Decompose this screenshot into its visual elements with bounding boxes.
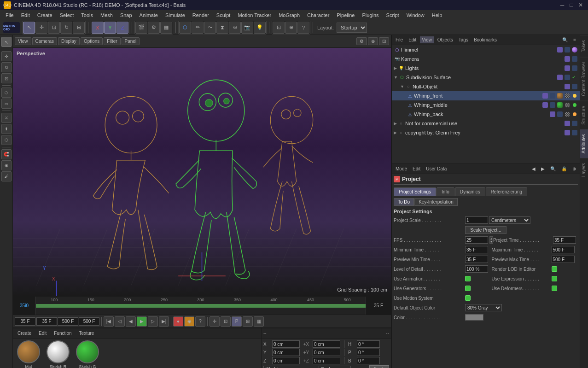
om-row-notcommercial[interactable]: ▶ ○ Not for commercial use: [392, 119, 580, 128]
knife-tool[interactable]: ⚔: [1, 113, 12, 123]
y-pos-field[interactable]: [272, 349, 300, 356]
om-row-lights[interactable]: ▶ 💡 Lights: [392, 64, 580, 73]
render-settings[interactable]: ⚙: [148, 22, 160, 34]
menu-tools[interactable]: Tools: [77, 12, 97, 19]
material-item[interactable]: Sketch G: [74, 340, 101, 368]
tag16[interactable]: [557, 111, 563, 117]
play-forward-button[interactable]: ▶: [137, 316, 147, 327]
z-pos-field[interactable]: [272, 357, 300, 364]
use-gen-checkbox[interactable]: [465, 286, 471, 291]
tag-checker1[interactable]: [564, 93, 571, 99]
attr-search[interactable]: 🔍: [548, 165, 558, 172]
sculpt-tool[interactable]: ◉: [1, 160, 12, 170]
om-search[interactable]: 🔍: [560, 36, 570, 43]
attr-userdata-menu[interactable]: User Data: [424, 165, 448, 172]
preview-max-field[interactable]: [552, 256, 575, 263]
preview-min-field[interactable]: [465, 256, 488, 263]
om-row-whimp-front[interactable]: △ Whimp_front: [392, 91, 580, 100]
snap3[interactable]: ?: [297, 22, 309, 34]
y-size-field[interactable]: [313, 349, 340, 356]
y-axis[interactable]: Y: [104, 22, 116, 34]
scale-tool[interactable]: ⊡: [48, 22, 60, 34]
scale-tool-pb[interactable]: ⊡: [221, 316, 231, 327]
camera-tool[interactable]: 📷: [241, 22, 253, 34]
om-row-null[interactable]: ▼ ○ Null-Objekt: [392, 82, 580, 91]
scale-icon[interactable]: ⊡: [1, 73, 12, 83]
attr-settings[interactable]: ⊕: [571, 165, 578, 172]
scale-mode-dropdown[interactable]: Scale: [319, 366, 351, 368]
minimize-button[interactable]: ─: [559, 1, 566, 9]
subtab-keyinterp[interactable]: Key-Interpolation: [414, 198, 458, 206]
render-queue[interactable]: ▦: [160, 22, 172, 34]
start-frame-field[interactable]: [15, 317, 35, 326]
menu-character[interactable]: Character: [303, 12, 333, 19]
viewport-navigate[interactable]: ⊕: [368, 37, 378, 45]
attr-next[interactable]: ▶: [539, 165, 547, 172]
cameras-menu[interactable]: Cameras: [32, 37, 58, 45]
material-item[interactable]: Mat: [15, 340, 42, 368]
end-frame-field[interactable]: [79, 317, 99, 326]
b-rot-field[interactable]: [357, 357, 380, 364]
tag-tex2[interactable]: [557, 102, 563, 108]
paint-tool[interactable]: 🖌: [1, 171, 12, 181]
default-color-dropdown[interactable]: 80% Gray: [465, 304, 502, 311]
use-anim-checkbox[interactable]: [465, 276, 471, 281]
om-row-copyright[interactable]: ▶ ○ copyright by: Glenn Frey: [392, 128, 580, 137]
tag1[interactable]: [557, 47, 563, 53]
attr-prev[interactable]: ◀: [530, 165, 537, 172]
bridge-tool[interactable]: ⬡: [1, 135, 12, 145]
render-view[interactable]: 🎬: [135, 22, 147, 34]
project-scale-field[interactable]: [465, 216, 488, 224]
move-tool[interactable]: ✛: [35, 22, 47, 34]
menu-create[interactable]: Create: [34, 12, 56, 19]
notcom-expand-icon[interactable]: ▶: [394, 121, 397, 126]
tag12[interactable]: [549, 93, 556, 99]
pen-tool[interactable]: ✏: [192, 22, 204, 34]
tag-checker2[interactable]: [564, 102, 571, 108]
tab-project-settings[interactable]: Project Settings: [394, 187, 436, 196]
material-item[interactable]: Sketch R: [44, 340, 72, 368]
edit-material-menu[interactable]: Edit: [36, 330, 49, 337]
om-edit-menu[interactable]: Edit: [407, 36, 418, 43]
filter-menu[interactable]: Filter: [104, 37, 120, 45]
om-settings[interactable]: ≡: [571, 36, 578, 43]
x-axis[interactable]: X: [92, 22, 104, 34]
attr-lock[interactable]: 🔒: [559, 165, 569, 172]
tag2[interactable]: [564, 47, 571, 53]
viewport[interactable]: Perspective: [13, 48, 391, 296]
rotate-icon[interactable]: ↻: [1, 62, 12, 72]
tab-structure[interactable]: Structure: [580, 101, 588, 129]
step-back-button[interactable]: ◁: [115, 316, 125, 327]
om-row-whimp-middle[interactable]: △ Whimp_middle: [392, 100, 580, 110]
tag13[interactable]: [542, 102, 548, 108]
select-tool[interactable]: ↖: [23, 22, 35, 34]
tab-layers[interactable]: Layers: [580, 158, 588, 181]
x-size-field[interactable]: [313, 340, 340, 348]
step-forward-button[interactable]: ▷: [148, 316, 158, 327]
null-expand-icon[interactable]: ▼: [400, 84, 404, 89]
color-swatch[interactable]: [465, 314, 483, 321]
live-select[interactable]: ⬡: [1, 88, 12, 98]
tag19[interactable]: [564, 129, 571, 136]
x-pos-field[interactable]: [272, 340, 300, 348]
fps-spinner[interactable]: ▲ ▼: [489, 236, 493, 244]
tab-referenzierung[interactable]: Referenzierung: [486, 187, 527, 196]
lights-expand-icon[interactable]: ▶: [394, 66, 397, 70]
p-rot-field[interactable]: [357, 349, 380, 356]
tag10[interactable]: [571, 83, 578, 90]
min-time-field[interactable]: [465, 246, 488, 253]
move-tool-pb[interactable]: ✛: [210, 316, 220, 327]
magnet-tool[interactable]: 🧲: [1, 149, 12, 159]
cube-tool[interactable]: ⬡: [179, 22, 191, 34]
tag8[interactable]: [564, 74, 571, 81]
create-material-menu[interactable]: Create: [15, 330, 34, 337]
timeline-track[interactable]: 100150200250300350400450500: [36, 297, 366, 315]
menu-sculpt[interactable]: Sculpt: [213, 12, 234, 19]
tag15[interactable]: [549, 111, 556, 117]
menu-window[interactable]: Window: [403, 12, 428, 19]
om-view-menu[interactable]: View: [420, 36, 434, 43]
tag-dot3[interactable]: [571, 111, 578, 117]
extrude-tool[interactable]: ⬆: [1, 124, 12, 134]
record-button[interactable]: ●: [173, 316, 183, 327]
keyframe-button[interactable]: ?: [195, 316, 205, 327]
